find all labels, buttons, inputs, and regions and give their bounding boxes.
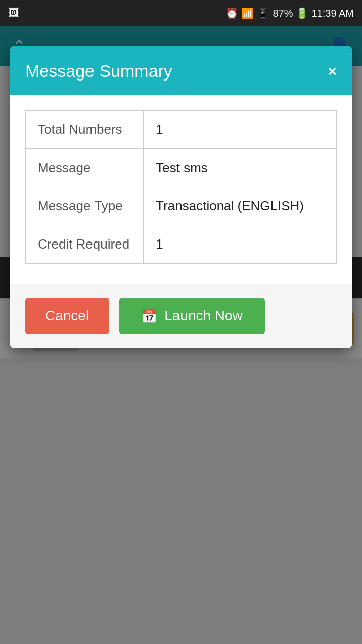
launch-now-button[interactable]: 📅 Launch Now — [119, 298, 265, 334]
modal-close-button[interactable]: × — [328, 64, 337, 79]
launch-now-label: Launch Now — [164, 308, 243, 324]
table-cell-value: 1 — [144, 225, 337, 264]
status-bar-left: 🖼 — [8, 7, 19, 20]
table-row: Credit Required1 — [26, 225, 337, 264]
message-summary-modal: Message Summary × Total Numbers1MessageT… — [10, 46, 352, 348]
table-row: MessageTest sms — [26, 149, 337, 187]
image-icon: 🖼 — [8, 7, 19, 20]
table-cell-label: Message — [26, 149, 144, 187]
battery-percent: 87% — [273, 8, 293, 19]
table-row: Total Numbers1 — [26, 111, 337, 149]
status-bar: 🖼 ⏰ 📶 📱 87% 🔋 11:39 AM — [0, 0, 362, 26]
table-cell-label: Message Type — [26, 187, 144, 225]
battery-icon: 🔋 — [296, 7, 308, 19]
table-row: Message TypeTransactional (ENGLISH) — [26, 187, 337, 225]
wifi-icon: 📶 — [241, 7, 254, 19]
status-bar-right: ⏰ 📶 📱 87% 🔋 11:39 AM — [226, 7, 354, 19]
table-cell-value: 1 — [144, 111, 337, 149]
table-cell-label: Total Numbers — [26, 111, 144, 149]
signal-icon: 📱 — [257, 7, 269, 19]
summary-table: Total Numbers1MessageTest smsMessage Typ… — [25, 110, 337, 264]
table-cell-label: Credit Required — [26, 225, 144, 264]
calendar-icon: 📅 — [141, 308, 157, 324]
modal-overlay: Message Summary × Total Numbers1MessageT… — [0, 26, 362, 644]
modal-title: Message Summary — [25, 61, 172, 81]
modal-footer: Cancel 📅 Launch Now — [10, 284, 352, 348]
modal-body: Total Numbers1MessageTest smsMessage Typ… — [10, 95, 352, 284]
clock: 11:39 AM — [311, 8, 354, 19]
cancel-button[interactable]: Cancel — [25, 298, 109, 334]
table-cell-value: Test sms — [144, 149, 337, 187]
modal-header: Message Summary × — [10, 46, 352, 95]
table-cell-value: Transactional (ENGLISH) — [144, 187, 337, 225]
alarm-icon: ⏰ — [226, 7, 238, 19]
